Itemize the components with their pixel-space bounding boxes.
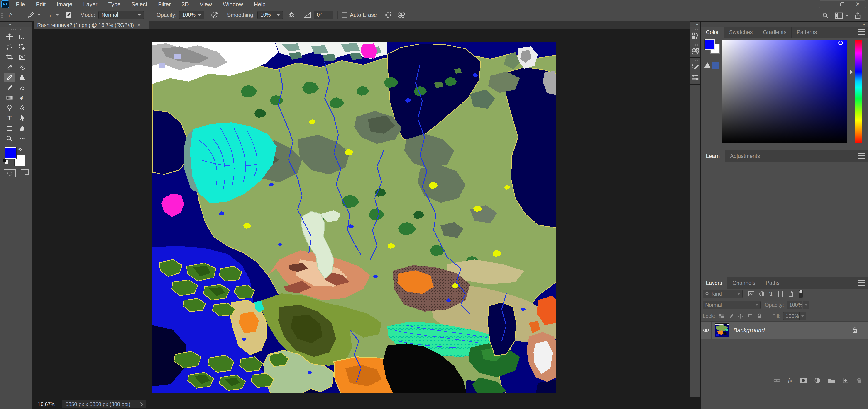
tool-type[interactable]: T [4, 113, 16, 123]
lock-transparency-icon[interactable] [719, 313, 724, 319]
restore-button[interactable] [835, 1, 850, 8]
tool-rectangular-marquee[interactable] [16, 32, 28, 41]
new-layer-icon[interactable] [843, 377, 848, 383]
tool-eyedropper[interactable] [4, 63, 16, 72]
foreground-color-swatch[interactable] [5, 147, 16, 159]
tool-zoom[interactable] [4, 134, 16, 143]
pressure-opacity-button[interactable] [211, 11, 219, 19]
menu-3d[interactable]: 3D [176, 0, 194, 9]
status-chevron-icon[interactable] [138, 402, 143, 406]
rail-expand-button[interactable]: « [690, 22, 701, 27]
layer-name[interactable]: Background [733, 327, 765, 334]
filter-type-layers-icon[interactable]: T [769, 291, 773, 297]
tool-hand[interactable] [16, 124, 28, 133]
menu-filter[interactable]: Filter [153, 0, 176, 9]
quick-mask-button[interactable] [4, 170, 16, 177]
share-icon[interactable] [855, 12, 861, 19]
tab-close-icon[interactable]: ✕ [137, 23, 141, 28]
home-button[interactable]: ⌂ [3, 11, 19, 19]
tool-dodge[interactable] [4, 103, 16, 113]
tab-layers[interactable]: Layers [701, 277, 727, 289]
symmetry-button[interactable] [397, 11, 405, 19]
canvas[interactable] [152, 42, 556, 393]
close-button[interactable]: ✕ [850, 1, 866, 8]
layer-row-background[interactable]: Background [701, 321, 868, 339]
tool-path-selection[interactable] [16, 113, 28, 123]
tab-patterns[interactable]: Patterns [792, 27, 822, 38]
filter-toggle[interactable] [799, 289, 803, 298]
minimize-button[interactable]: — [819, 1, 835, 8]
tab-learn[interactable]: Learn [701, 150, 725, 162]
tool-object-selection[interactable] [16, 42, 28, 52]
layers-opacity-field[interactable]: 100% [786, 301, 802, 309]
tool-rectangle[interactable] [4, 124, 16, 133]
swap-colors-button[interactable]: ⇄ [18, 147, 25, 153]
add-mask-icon[interactable] [800, 378, 807, 383]
menu-select[interactable]: Select [126, 0, 153, 9]
tool-history-brush[interactable] [4, 83, 16, 93]
pressure-size-button[interactable] [384, 11, 392, 19]
layers-opacity-chevron[interactable] [803, 301, 809, 309]
new-adjustment-layer-icon[interactable] [814, 377, 820, 383]
brushes-panel-button[interactable] [690, 74, 701, 81]
toolbar-drag-handle[interactable] [9, 29, 22, 30]
gamut-swatch[interactable] [712, 62, 719, 69]
history-panel-button[interactable] [690, 32, 701, 40]
zoom-level-field[interactable]: 16,67% [38, 401, 55, 407]
brush-angle-control[interactable]: 0° [304, 11, 333, 19]
angle-input[interactable]: 0° [314, 11, 333, 19]
document-tab[interactable]: Rashirennaya2 (1).png @ 16,7% (RGB/8) ✕ [34, 21, 149, 30]
tool-spot-healing[interactable] [16, 63, 28, 72]
tool-lasso[interactable] [4, 42, 16, 52]
tab-channels[interactable]: Channels [727, 277, 761, 289]
dock-collapse-button[interactable]: » [701, 22, 868, 27]
app-search-icon[interactable] [822, 12, 829, 19]
tab-paths[interactable]: Paths [761, 277, 784, 289]
menu-view[interactable]: View [194, 0, 218, 9]
menu-help[interactable]: Help [248, 0, 271, 9]
fill-chevron[interactable] [799, 312, 806, 320]
tool-preset-picker[interactable] [27, 11, 40, 19]
hue-slider[interactable] [855, 40, 862, 143]
default-colors-button[interactable] [3, 159, 9, 165]
layer-effects-icon[interactable]: fx [788, 377, 792, 384]
learn-panel-menu-icon[interactable] [858, 153, 865, 159]
menu-edit[interactable]: Edit [30, 0, 51, 9]
brush-size-picker[interactable]: 1 [49, 11, 59, 18]
opacity-dropdown[interactable]: 100% [179, 11, 204, 19]
smoothing-dropdown[interactable]: 10% [257, 11, 283, 19]
workspace-switcher[interactable] [835, 12, 848, 19]
tab-gradients[interactable]: Gradients [758, 27, 792, 38]
link-layers-icon[interactable] [773, 377, 780, 383]
color-panel-menu-icon[interactable] [858, 29, 865, 35]
brush-settings-panel-button[interactable] [690, 63, 701, 70]
filter-shape-layers-icon[interactable] [778, 291, 784, 297]
tool-pencil[interactable] [4, 73, 16, 82]
tool-smudge[interactable]: ☛ [16, 93, 28, 103]
tab-adjustments[interactable]: Adjustments [725, 150, 765, 162]
filter-pixel-layers-icon[interactable] [748, 291, 754, 297]
menu-type[interactable]: Type [103, 0, 126, 9]
tool-frame[interactable] [16, 52, 28, 62]
menu-image[interactable]: Image [51, 0, 78, 9]
mode-dropdown[interactable]: Normal [98, 11, 144, 19]
filter-smart-objects-icon[interactable] [788, 291, 794, 297]
screen-mode-button[interactable] [18, 170, 29, 176]
tab-color[interactable]: Color [701, 27, 724, 38]
tool-edit-toolbar[interactable] [16, 134, 28, 143]
layers-panel-menu-icon[interactable] [858, 280, 865, 286]
tool-move[interactable] [4, 32, 16, 41]
tool-pen[interactable] [16, 103, 28, 113]
panel-foreground-swatch[interactable] [705, 39, 715, 49]
lock-artboard-icon[interactable] [747, 313, 753, 319]
smoothing-options-button[interactable] [288, 11, 296, 19]
lock-all-icon[interactable] [757, 313, 762, 319]
ps-logo[interactable]: Ps [0, 0, 10, 8]
layer-visibility-toggle[interactable] [701, 321, 712, 339]
menu-layer[interactable]: Layer [78, 0, 103, 9]
layer-filter-dropdown[interactable]: Kind [703, 290, 743, 298]
tool-clone-stamp[interactable] [16, 73, 28, 82]
lock-pixels-icon[interactable] [728, 313, 734, 319]
toggle-brush-panel-button[interactable] [65, 11, 72, 19]
lock-position-icon[interactable] [738, 313, 743, 319]
